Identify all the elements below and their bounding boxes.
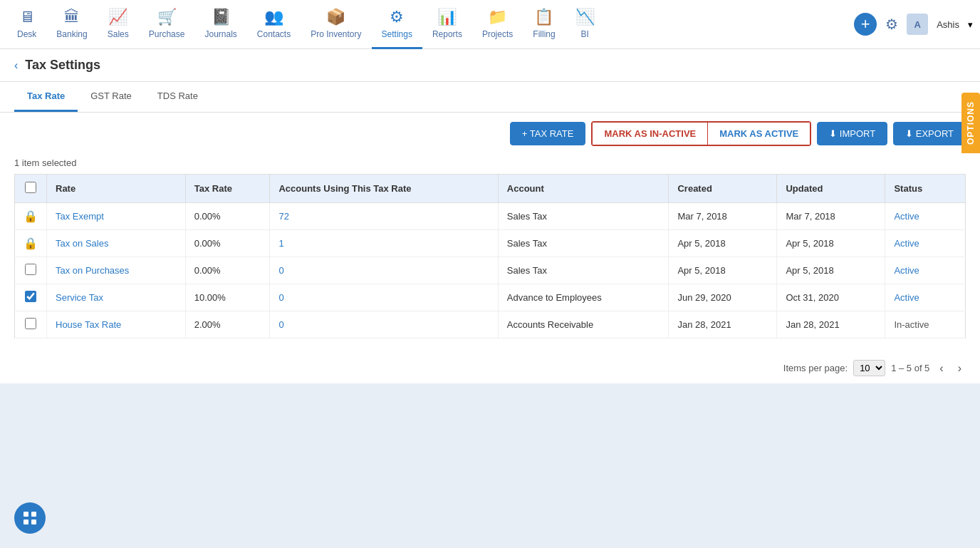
import-button[interactable]: ⬇ IMPORT xyxy=(817,122,887,145)
row-checkbox[interactable] xyxy=(25,318,36,329)
checkbox-cell[interactable] xyxy=(15,257,47,284)
nav-item-contacts[interactable]: 👥Contacts xyxy=(247,0,301,49)
mark-inactive-button[interactable]: MARK AS IN-ACTIVE xyxy=(593,123,708,145)
nav-item-journals[interactable]: 📓Journals xyxy=(194,0,246,49)
status-badge: Active xyxy=(894,238,919,249)
cell-updated: Apr 5, 2018 xyxy=(777,257,885,284)
accounts-count-link[interactable]: 0 xyxy=(278,319,283,330)
accounts-count-link[interactable]: 0 xyxy=(278,265,283,276)
title-bar: ‹ Tax Settings xyxy=(0,49,980,82)
cell-account: Sales Tax xyxy=(498,203,669,230)
nav-label: Purchase xyxy=(149,29,185,39)
status-badge: Active xyxy=(894,211,919,222)
per-page-select[interactable]: 10 20 50 xyxy=(853,360,885,376)
table-row: Service Tax10.00%0Advance to EmployeesJu… xyxy=(15,284,966,311)
cell-status[interactable]: Active xyxy=(885,284,966,311)
export-button[interactable]: ⬇ EXPORT xyxy=(893,122,966,145)
cell-rate[interactable]: Tax on Purchases xyxy=(47,257,186,284)
cell-status[interactable]: Active xyxy=(885,230,966,257)
cell-account: Advance to Employees xyxy=(498,284,669,311)
user-dropdown-icon[interactable]: ▾ xyxy=(968,19,973,30)
table-row: 🔒Tax Exempt0.00%72Sales TaxMar 7, 2018Ma… xyxy=(15,203,966,230)
grid-icon[interactable]: A xyxy=(907,14,928,35)
cell-tax-rate: 10.00% xyxy=(185,284,270,311)
nav-item-bi[interactable]: 📉BI xyxy=(565,0,605,49)
cell-rate[interactable]: Tax on Sales xyxy=(47,230,186,257)
nav-item-pro-inventory[interactable]: 📦Pro Inventory xyxy=(301,0,371,49)
tax-rate-table: Rate Tax Rate Accounts Using This Tax Ra… xyxy=(14,174,966,338)
nav-label: Settings xyxy=(382,29,412,39)
cell-rate[interactable]: Service Tax xyxy=(47,284,186,311)
rate-link[interactable]: Service Tax xyxy=(56,292,103,303)
cell-tax-rate: 0.00% xyxy=(185,257,270,284)
checkbox-cell[interactable] xyxy=(15,284,47,311)
page-content: ‹ Tax Settings Tax RateGST RateTDS Rate … xyxy=(0,49,980,383)
options-tab[interactable]: OPTIONS xyxy=(961,93,980,153)
row-checkbox[interactable] xyxy=(25,291,36,302)
status-badge: In-active xyxy=(894,319,929,330)
nav-icon-pro inventory: 📦 xyxy=(326,8,345,26)
prev-page-button[interactable]: ‹ xyxy=(935,361,947,376)
nav-item-sales[interactable]: 📈Sales xyxy=(98,0,139,49)
page-title: Tax Settings xyxy=(25,58,100,73)
cell-accounts-count[interactable]: 0 xyxy=(270,284,498,311)
cell-account: Sales Tax xyxy=(498,257,669,284)
rate-link[interactable]: Tax on Purchases xyxy=(56,265,129,276)
settings-icon[interactable]: ⚙ xyxy=(885,16,898,33)
tab-tds-rate[interactable]: TDS Rate xyxy=(145,82,211,112)
cell-account: Sales Tax xyxy=(498,230,669,257)
mark-active-button[interactable]: MARK AS ACTIVE xyxy=(708,123,810,145)
cell-tax-rate: 0.00% xyxy=(185,203,270,230)
cell-accounts-count[interactable]: 72 xyxy=(270,203,498,230)
nav-icon-bi: 📉 xyxy=(575,8,595,26)
cell-updated: Apr 5, 2018 xyxy=(777,230,885,257)
col-updated: Updated xyxy=(777,175,885,203)
cell-created: Mar 7, 2018 xyxy=(669,203,777,230)
nav-label: Filling xyxy=(533,29,555,39)
cell-created: Jun 29, 2020 xyxy=(669,284,777,311)
nav-label: Contacts xyxy=(257,29,291,39)
cell-accounts-count[interactable]: 0 xyxy=(270,257,498,284)
back-button[interactable]: ‹ xyxy=(14,59,18,72)
nav-item-filling[interactable]: 📋Filling xyxy=(523,0,565,49)
nav-item-reports[interactable]: 📊Reports xyxy=(422,0,472,49)
nav-item-settings[interactable]: ⚙Settings xyxy=(372,0,422,49)
col-rate: Rate xyxy=(47,175,186,203)
cell-rate[interactable]: House Tax Rate xyxy=(47,311,186,338)
select-all-checkbox[interactable] xyxy=(25,182,36,193)
tab-tax-rate[interactable]: Tax Rate xyxy=(14,82,78,112)
items-per-page-label: Items per page: xyxy=(783,363,848,373)
cell-status[interactable]: In-active xyxy=(885,311,966,338)
col-created: Created xyxy=(669,175,777,203)
top-nav: 🖥Desk🏛Banking📈Sales🛒Purchase📓Journals👥Co… xyxy=(0,0,980,49)
col-accounts-using: Accounts Using This Tax Rate xyxy=(270,175,498,203)
user-name[interactable]: Ashis xyxy=(937,19,959,30)
row-checkbox[interactable] xyxy=(25,264,36,275)
nav-item-projects[interactable]: 📁Projects xyxy=(472,0,523,49)
cell-accounts-count[interactable]: 1 xyxy=(270,230,498,257)
table-row: Tax on Purchases0.00%0Sales TaxApr 5, 20… xyxy=(15,257,966,284)
nav-icon-contacts: 👥 xyxy=(264,8,283,26)
nav-label: BI xyxy=(580,29,588,39)
rate-link[interactable]: Tax on Sales xyxy=(56,238,108,249)
tab-gst-rate[interactable]: GST Rate xyxy=(78,82,145,112)
add-new-button[interactable]: + xyxy=(854,13,877,36)
col-status: Status xyxy=(885,175,966,203)
cell-accounts-count[interactable]: 0 xyxy=(270,311,498,338)
accounts-count-link[interactable]: 72 xyxy=(278,211,288,222)
cell-rate[interactable]: Tax Exempt xyxy=(47,203,186,230)
add-tax-rate-button[interactable]: + TAX RATE xyxy=(510,122,586,145)
nav-item-banking[interactable]: 🏛Banking xyxy=(46,0,97,49)
lock-icon: 🔒 xyxy=(24,210,38,222)
nav-item-desk[interactable]: 🖥Desk xyxy=(7,0,46,49)
rate-link[interactable]: Tax Exempt xyxy=(56,211,104,222)
nav-icon-purchase: 🛒 xyxy=(157,8,177,26)
next-page-button[interactable]: › xyxy=(954,361,966,376)
cell-status[interactable]: Active xyxy=(885,203,966,230)
nav-item-purchase[interactable]: 🛒Purchase xyxy=(139,0,195,49)
accounts-count-link[interactable]: 1 xyxy=(278,238,283,249)
rate-link[interactable]: House Tax Rate xyxy=(56,319,121,330)
accounts-count-link[interactable]: 0 xyxy=(278,292,283,303)
cell-status[interactable]: Active xyxy=(885,257,966,284)
checkbox-cell[interactable] xyxy=(15,311,47,338)
